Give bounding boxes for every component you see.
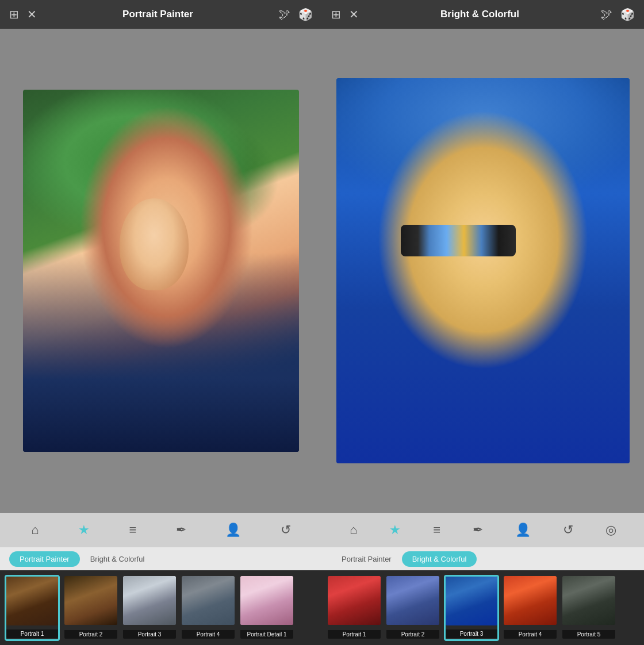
thumb-left-4-image <box>182 576 235 625</box>
list-icon-right[interactable]: ≡ <box>428 520 445 540</box>
tab-bright-colorful-left[interactable]: Bright & Colorful <box>80 551 155 567</box>
thumb-left-5-image <box>240 576 293 625</box>
star-icon-right[interactable]: ★ <box>385 520 405 540</box>
right-top-bar-right-icons: 🕊 🎲 <box>601 7 635 21</box>
thumb-left-3-label: Portrait 3 <box>123 630 176 639</box>
thumb-left-1-label: Portrait 1 <box>6 629 58 638</box>
right-top-bar: ⊞ ✕ Bright & Colorful 🕊 🎲 <box>322 0 644 29</box>
right-main-image <box>336 78 630 463</box>
thumb-left-3[interactable]: Portrait 3 <box>122 575 177 641</box>
left-top-bar-left-icons: ⊞ ✕ <box>9 7 37 21</box>
thumb-right-1-label: Portrait 1 <box>328 630 381 639</box>
thumb-right-5-label: Portrait 5 <box>562 630 615 639</box>
thumb-right-1-image <box>328 576 381 625</box>
thumb-right-2[interactable]: Portrait 2 <box>385 575 440 641</box>
gallery-icon-right[interactable]: ⊞ <box>331 7 341 21</box>
gallery-icon-left[interactable]: ⊞ <box>9 7 19 21</box>
thumb-right-3-image <box>446 577 497 625</box>
thumb-left-2[interactable]: Portrait 2 <box>63 575 118 641</box>
left-main-image-area <box>0 29 322 513</box>
star-icon-left[interactable]: ★ <box>74 520 94 540</box>
dice-icon-right[interactable]: 🎲 <box>620 7 635 21</box>
thumb-right-2-image <box>386 576 439 625</box>
left-top-bar-right-icons: 🕊 🎲 <box>279 7 313 21</box>
fullscreen-icon-right[interactable]: ✕ <box>349 7 359 21</box>
thumb-right-3[interactable]: Portrait 3 <box>444 575 499 641</box>
thumb-right-1[interactable]: Portrait 1 <box>327 575 382 641</box>
right-panel-title: Bright & Colorful <box>359 9 601 20</box>
left-tabs-row: Portrait Painter Bright & Colorful <box>0 547 322 570</box>
list-icon-left[interactable]: ≡ <box>124 520 141 540</box>
right-main-image-area <box>322 29 644 513</box>
right-thumbnails-row: Portrait 1 Portrait 2 Portrait 3 Portrai… <box>322 570 644 645</box>
left-panel-title: Portrait Painter <box>37 9 279 20</box>
person-icon-right[interactable]: 👤 <box>511 520 535 540</box>
tab-bright-colorful-right[interactable]: Bright & Colorful <box>402 551 477 567</box>
left-thumbnails-row: Portrait 1 Portrait 2 Portrait 3 Portrai… <box>0 570 322 645</box>
refresh-icon-left[interactable]: ↺ <box>276 520 296 540</box>
thumb-right-5[interactable]: Portrait 5 <box>561 575 616 641</box>
thumb-left-2-label: Portrait 2 <box>64 630 117 639</box>
fullscreen-icon-left[interactable]: ✕ <box>27 7 37 21</box>
bird-icon-left[interactable]: 🕊 <box>279 8 290 21</box>
thumb-right-4-image <box>504 576 557 625</box>
thumb-left-4[interactable]: Portrait 4 <box>181 575 236 641</box>
tab-portrait-painter-right[interactable]: Portrait Painter <box>331 551 402 567</box>
bird-icon-right[interactable]: 🕊 <box>601 8 612 21</box>
brush-icon-right[interactable]: ✒ <box>468 520 488 540</box>
left-main-image <box>23 90 299 452</box>
thumb-right-4-label: Portrait 4 <box>504 630 557 639</box>
left-panel: ⊞ ✕ Portrait Painter 🕊 🎲 ⌂ ★ ≡ ✒ 👤 ↺ Por… <box>0 0 322 645</box>
left-top-bar: ⊞ ✕ Portrait Painter 🕊 🎲 <box>0 0 322 29</box>
right-top-bar-left-icons: ⊞ ✕ <box>331 7 359 21</box>
thumb-left-2-image <box>64 576 117 625</box>
thumb-left-5[interactable]: Portrait Detail 1 <box>239 575 294 641</box>
home-icon-right[interactable]: ⌂ <box>345 520 362 540</box>
palette-icon-right[interactable]: ◎ <box>601 520 621 540</box>
dice-icon-left[interactable]: 🎲 <box>298 7 313 21</box>
thumb-right-2-label: Portrait 2 <box>386 630 439 639</box>
right-bottom-toolbar: ⌂ ★ ≡ ✒ 👤 ↺ ◎ <box>322 513 644 547</box>
left-bottom-toolbar: ⌂ ★ ≡ ✒ 👤 ↺ <box>0 513 322 547</box>
home-icon-left[interactable]: ⌂ <box>26 520 43 540</box>
tab-portrait-painter-left[interactable]: Portrait Painter <box>9 551 80 567</box>
thumb-left-3-image <box>123 576 176 625</box>
thumb-left-1[interactable]: Portrait 1 <box>5 575 60 641</box>
right-panel: ⊞ ✕ Bright & Colorful 🕊 🎲 ⌂ ★ ≡ ✒ 👤 ↺ ◎ … <box>322 0 644 645</box>
thumb-left-4-label: Portrait 4 <box>182 630 235 639</box>
thumb-right-4[interactable]: Portrait 4 <box>503 575 558 641</box>
brush-icon-left[interactable]: ✒ <box>171 520 191 540</box>
right-tabs-row: Portrait Painter Bright & Colorful <box>322 547 644 570</box>
person-icon-left[interactable]: 👤 <box>221 520 246 540</box>
thumb-left-5-label: Portrait Detail 1 <box>240 630 293 639</box>
thumb-left-1-image <box>6 577 58 625</box>
refresh-icon-right[interactable]: ↺ <box>558 520 578 540</box>
thumb-right-5-image <box>562 576 615 625</box>
thumb-right-3-label: Portrait 3 <box>446 629 497 638</box>
